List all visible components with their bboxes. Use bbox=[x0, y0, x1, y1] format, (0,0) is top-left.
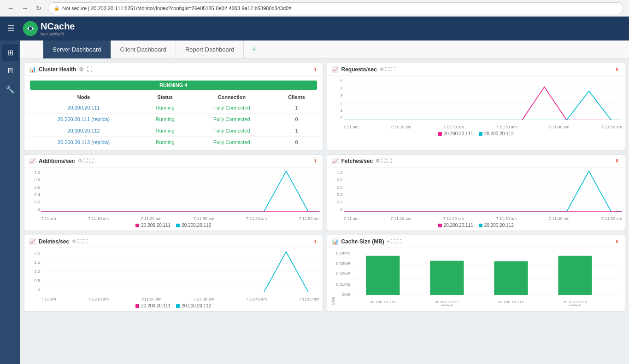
chart-legend: 20.200.20.111 20.200.20.112 bbox=[27, 223, 320, 228]
sidebar-item-settings[interactable]: 🔧 bbox=[2, 81, 18, 98]
cache-size-panel: 📊 Cache Size (MB) + ⛶ ⛶ ⏸ Size 0.04M bbox=[327, 235, 626, 312]
clients-4: 0 bbox=[273, 137, 319, 148]
tab-client-dashboard[interactable]: Client Dashboard bbox=[111, 40, 176, 58]
running-bar: RUNNING 4 bbox=[30, 81, 317, 90]
tab-server-dashboard[interactable]: Server Dashboard bbox=[43, 40, 111, 58]
chart-icon: 📈 bbox=[332, 158, 339, 164]
additions-sec-chart: 1.00.80.60.40.20 bbox=[27, 170, 320, 221]
refresh-button[interactable]: ↻ bbox=[33, 3, 44, 14]
col-clients: Clients bbox=[273, 92, 319, 102]
sidebar-item-dashboard[interactable]: ⊞ bbox=[2, 44, 18, 61]
connection-1: Fully Connected bbox=[190, 102, 273, 114]
node-2[interactable]: 20.200.20.111 (replica) bbox=[27, 114, 140, 125]
sidebar-item-monitor[interactable]: 🖥 bbox=[2, 63, 18, 79]
fetches-sec-panel: 📈 Fetches/sec ⚙ ⛶ ⛶ ⏸ 1.00.80.60.40.20 bbox=[327, 154, 626, 231]
y-axis: 543210 bbox=[330, 79, 344, 120]
browser-nav: ← → ↻ bbox=[6, 3, 44, 14]
legend-dot-2 bbox=[176, 224, 180, 227]
connection-3: Fully Connected bbox=[190, 125, 273, 137]
cluster-health-title: 📊 Cluster Health ⚙ ⛶ bbox=[29, 66, 92, 73]
svg-text:20.200.20.111: 20.200.20.111 bbox=[370, 300, 396, 304]
clients-2: 0 bbox=[273, 114, 319, 125]
y-axis-values: 0.04MB 0.03MB 0.02MB 0.01MB 0MB bbox=[336, 251, 353, 306]
main-content: 📊 Cluster Health ⚙ ⛶ ⏸ RUNNING 4 No bbox=[20, 59, 629, 364]
svg-point-1 bbox=[29, 27, 32, 30]
security-icon: 🔒 bbox=[54, 6, 59, 11]
svg-text:20.200.20.112: 20.200.20.112 bbox=[498, 300, 524, 304]
table-row: 20.200.20.112 (replica) Running Fully Co… bbox=[27, 137, 320, 148]
expand-icon[interactable]: ⛶ bbox=[87, 66, 92, 73]
y-axis: 2.01.51.00.50 bbox=[27, 251, 41, 292]
chart-icon: 📈 bbox=[29, 158, 36, 164]
legend-item-1: 20.200.20.111 bbox=[438, 131, 473, 136]
cluster-health-panel: 📊 Cluster Health ⚙ ⛶ ⏸ RUNNING 4 No bbox=[24, 63, 323, 150]
pause-button[interactable]: ⏸ bbox=[312, 157, 318, 164]
deletes-sec-chart: 2.01.51.00.50 bbox=[27, 251, 320, 301]
pause-button[interactable]: ⏸ bbox=[614, 157, 620, 164]
legend-dot-2 bbox=[479, 224, 482, 227]
status-1: Running bbox=[140, 102, 190, 114]
tab-report-dashboard[interactable]: Report Dashboard bbox=[176, 40, 244, 58]
pause-button[interactable]: ⏸ bbox=[614, 238, 620, 245]
chart-legend: 20.200.20.111 20.200.20.112 bbox=[330, 131, 623, 136]
forward-button[interactable]: → bbox=[19, 3, 30, 14]
legend-item-2: 20.200.20.112 bbox=[176, 223, 211, 228]
svg-text:(replica): (replica) bbox=[569, 304, 581, 306]
connection-2: Fully Connected bbox=[190, 114, 273, 125]
panel-controls: ⏸ bbox=[312, 66, 318, 73]
clients-1: 1 bbox=[273, 102, 319, 114]
settings-icon[interactable]: ⚙ ⛶ ⛶ bbox=[376, 158, 392, 163]
status-3: Running bbox=[140, 125, 190, 137]
pause-button[interactable]: ⏸ bbox=[312, 66, 318, 73]
row2: 📈 Additions/sec ⚙ ⛶ ⛶ ⏸ 1.00.80.60.40.20 bbox=[24, 154, 625, 231]
address-bar[interactable]: 🔒 Not secure | 20.200.20.111:8251/Monito… bbox=[48, 2, 623, 14]
pause-button[interactable]: ⏸ bbox=[312, 238, 318, 245]
settings-icon[interactable]: ⚙ ⛶ ⛶ bbox=[78, 158, 94, 163]
col-connection: Connection bbox=[190, 92, 273, 102]
y-axis: 1.00.80.60.40.20 bbox=[330, 170, 344, 212]
menu-button[interactable]: ☰ bbox=[7, 23, 15, 34]
bar-chart-area: 20.200.20.111 20.200.20.111 (replica) 20… bbox=[353, 251, 622, 306]
chart-legend: 20.200.20.111 20.200.20.112 bbox=[27, 303, 320, 308]
y-axis: 1.00.80.60.40.20 bbox=[27, 170, 41, 212]
x-axis: 7:11 am 7:11:10 am 7:11:20 am 7:11:30 am… bbox=[344, 216, 623, 221]
x-axis: 7:11 am 7:11:10 am 7:11:20 am 7:11:30 am… bbox=[344, 125, 623, 129]
legend-item-1: 20.200.20.111 bbox=[135, 303, 170, 308]
clients-3: 1 bbox=[273, 125, 319, 137]
deletes-sec-panel: 📈 Deletes/sec ⚙ ⛶ ⛶ ⏸ 2.01.51.00.50 bbox=[24, 235, 323, 312]
cache-size-body: Size 0.04MB 0.03MB 0.02MB 0.01MB 0MB bbox=[327, 248, 625, 309]
node-1[interactable]: 20.200.20.111 bbox=[27, 102, 140, 114]
back-button[interactable]: ← bbox=[6, 3, 17, 14]
legend-dot-2 bbox=[479, 132, 482, 136]
panel-controls: ⏸ bbox=[614, 66, 620, 73]
settings-icon[interactable]: ⚙ bbox=[79, 66, 84, 73]
requests-sec-title: 📈 Requests/sec ⚙ ⛶ ⛶ bbox=[332, 66, 396, 73]
node-3[interactable]: 20.200.20.112 bbox=[27, 125, 140, 137]
app-header: ☰ NCache by Alachisoft bbox=[0, 17, 629, 40]
legend-item-1: 20.200.20.111 bbox=[135, 223, 170, 228]
pause-button[interactable]: ⏸ bbox=[614, 66, 620, 73]
chart-svg-area bbox=[344, 170, 623, 212]
svg-text:(replica): (replica) bbox=[441, 304, 453, 306]
additions-sec-panel: 📈 Additions/sec ⚙ ⛶ ⛶ ⏸ 1.00.80.60.40.20 bbox=[24, 154, 323, 231]
requests-sec-panel: 📈 Requests/sec ⚙ ⛶ ⛶ ⏸ 543210 bbox=[327, 63, 626, 150]
logo-text: NCache bbox=[41, 21, 75, 32]
chart-svg-area bbox=[41, 170, 320, 212]
chart-icon: 📊 bbox=[332, 238, 339, 245]
chart-svg-area: .grid-line { stroke: #eee; stroke-width:… bbox=[344, 79, 623, 120]
node-4[interactable]: 20.200.20.112 (replica) bbox=[27, 137, 140, 148]
y-axis-label: Size bbox=[330, 251, 336, 306]
table-row: 20.200.20.111 Running Fully Connected 1 bbox=[27, 102, 320, 114]
connection-4: Fully Connected bbox=[190, 137, 273, 148]
col-status: Status bbox=[140, 92, 190, 102]
fetches-sec-chart: 1.00.80.60.40.20 bbox=[330, 170, 623, 221]
legend-dot-1 bbox=[135, 304, 139, 308]
logo: NCache by Alachisoft bbox=[22, 20, 75, 37]
legend-item-2: 20.200.20.112 bbox=[176, 303, 211, 308]
settings-icon[interactable]: ⚙ ⛶ ⛶ bbox=[380, 67, 396, 72]
add-tab-button[interactable]: + bbox=[246, 40, 262, 58]
settings-icon[interactable]: + ⛶ ⛶ bbox=[387, 239, 401, 244]
settings-icon[interactable]: ⚙ ⛶ ⛶ bbox=[72, 239, 88, 244]
content-area: Server Dashboard Client Dashboard Report… bbox=[20, 40, 629, 364]
legend-dot-1 bbox=[438, 224, 442, 227]
